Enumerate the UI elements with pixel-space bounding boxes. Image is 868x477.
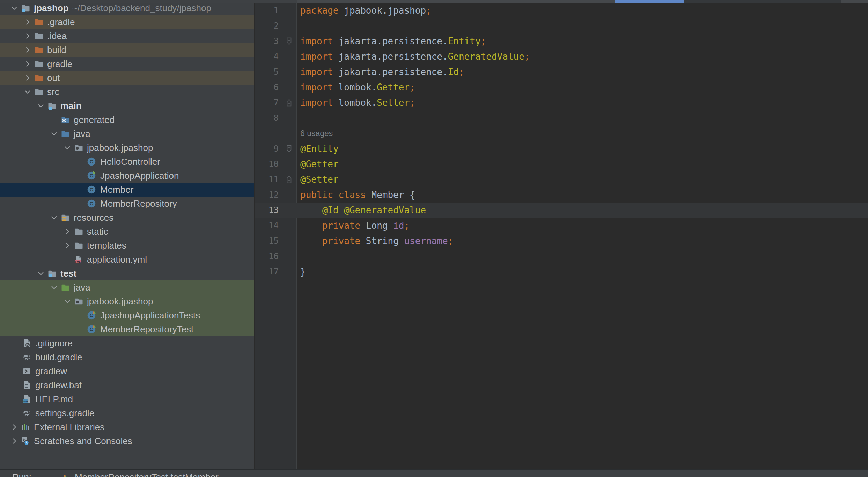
tree-item-out[interactable]: out (0, 71, 254, 85)
tree-item-test[interactable]: test (0, 266, 254, 280)
chevron-right-icon[interactable] (61, 225, 73, 239)
scrollbar-corner (841, 0, 868, 3)
tree-item-member[interactable]: CMember (0, 183, 254, 197)
class-icon: C (87, 156, 97, 167)
tree-item-memberrepository[interactable]: CMemberRepository (0, 197, 254, 211)
tree-item-scratches-and-consoles[interactable]: Scratches and Consoles (0, 434, 254, 448)
chevron-down-icon[interactable] (48, 280, 60, 294)
chevron-right-icon[interactable] (22, 43, 34, 57)
chevron-right-icon[interactable] (22, 15, 34, 29)
tree-item-build[interactable]: build (0, 43, 254, 57)
gutter-row-5: 5 (255, 64, 297, 80)
project-folder-icon (20, 3, 31, 13)
tree-item-gitignore[interactable]: .gitignore (0, 336, 254, 350)
rerun-test-icon[interactable] (62, 472, 70, 477)
code-line-11[interactable]: @Setter (300, 172, 339, 187)
fold-marker-end-icon[interactable] (286, 99, 292, 108)
chevron-down-icon[interactable] (61, 294, 73, 308)
svg-text:C: C (89, 159, 93, 164)
run-label: Run: (12, 472, 31, 477)
token-ann: Id (448, 67, 459, 77)
code-line-6[interactable]: import lombok.Getter; (300, 80, 415, 95)
chevron-down-icon[interactable] (48, 127, 60, 141)
token-kw: ; (410, 97, 415, 108)
tree-item-idea[interactable]: .idea (0, 29, 254, 43)
tree-item-main[interactable]: main (0, 99, 254, 113)
tree-item-resources[interactable]: resources (0, 211, 254, 225)
code-line-12[interactable]: public class Member { (300, 187, 415, 203)
module-folder-icon (47, 101, 57, 111)
tree-item-gradlew[interactable]: gradlew (0, 364, 254, 378)
chevron-spacer (75, 169, 87, 183)
line-number: 6 (274, 80, 279, 95)
tree-item-jpabook-jpashop[interactable]: jpabook.jpashop (0, 294, 254, 308)
chevron-right-icon[interactable] (61, 239, 73, 252)
tree-item-gradlew-bat[interactable]: gradlew.bat (0, 378, 254, 392)
tree-item-templates[interactable]: templates (0, 239, 254, 252)
tree-item-jpashopapplicationtests[interactable]: CJpashopApplicationTests (0, 308, 254, 322)
chevron-right-icon[interactable] (8, 434, 20, 448)
code-line-9[interactable]: @Entity (300, 141, 339, 156)
fold-marker-start-icon[interactable] (286, 37, 292, 46)
chevron-down-icon[interactable] (22, 85, 34, 99)
gutter-row-6: 6 (255, 80, 297, 95)
folder-excluded-icon (34, 45, 44, 55)
line-number: 9 (274, 141, 279, 156)
token-ann: @GeneratedValue (344, 205, 426, 215)
token-kw: package (300, 5, 344, 16)
chevron-down-icon[interactable] (61, 141, 73, 155)
line-number: 11 (269, 172, 279, 187)
chevron-down-icon[interactable] (35, 266, 47, 280)
run-tool-window-bar[interactable]: Run: MemberRepositoryTest.testMember (0, 469, 868, 477)
tree-item-help-md[interactable]: MDHELP.md (0, 392, 254, 406)
tree-item-gradle[interactable]: gradle (0, 57, 254, 71)
tree-item-settings-gradle[interactable]: settings.gradle (0, 406, 254, 420)
token-kw: import (300, 67, 339, 77)
code-line-15[interactable]: private String username; (300, 233, 453, 249)
tree-item-src[interactable]: src (0, 85, 254, 99)
tree-item-java[interactable]: java (0, 127, 254, 141)
line-number: 8 (274, 110, 279, 126)
fold-marker-end-icon[interactable] (286, 176, 292, 185)
tree-item-external-libraries[interactable]: External Libraries (0, 420, 254, 434)
tree-item-java[interactable]: java (0, 280, 254, 294)
code-line-1[interactable]: package jpabook.jpashop; (300, 3, 432, 18)
gutter-row-15: 15 (255, 233, 297, 249)
chevron-right-icon[interactable] (22, 71, 34, 85)
code-line-7[interactable]: import lombok.Setter; (300, 95, 415, 110)
code-line-17[interactable]: } (300, 264, 306, 279)
tree-item-application-yml[interactable]: YMLapplication.yml (0, 252, 254, 266)
chevron-right-icon[interactable] (22, 57, 34, 71)
gradle-icon (22, 352, 32, 362)
token-plain: lombok. (339, 97, 377, 108)
tree-item-jpashopapplication[interactable]: CJpashopApplication (0, 169, 254, 183)
fold-marker-start-icon[interactable] (286, 145, 292, 154)
code-line-3[interactable]: import jakarta.persistence.Entity; (300, 34, 486, 49)
code-line-5[interactable]: import jakarta.persistence.Id; (300, 64, 464, 80)
code-line-10[interactable]: @Getter (300, 156, 339, 172)
tree-item-hellocontroller[interactable]: CHelloController (0, 155, 254, 169)
chevron-right-icon[interactable] (8, 420, 20, 434)
chevron-down-icon[interactable] (48, 211, 60, 225)
project-tree: jpashop~/Desktop/backend_study/jpashop.g… (0, 1, 254, 448)
horizontal-scrollbar-thumb[interactable] (615, 0, 684, 3)
tree-item-build-gradle[interactable]: build.gradle (0, 350, 254, 364)
code-editor[interactable]: package jpabook.jpashop;import jakarta.p… (297, 3, 868, 469)
token-kw: ; (459, 67, 464, 77)
chevron-spacer (75, 155, 87, 169)
chevron-down-icon[interactable] (35, 99, 47, 113)
line-number: 1 (274, 3, 279, 18)
code-line-4[interactable]: import jakarta.persistence.GeneratedValu… (300, 49, 530, 64)
code-line-13[interactable]: @Id @GeneratedValue (300, 203, 426, 218)
tree-item-generated[interactable]: generated (0, 113, 254, 127)
tree-item-gradle[interactable]: .gradle (0, 15, 254, 29)
gutter-row-16: 16 (255, 249, 297, 264)
chevron-right-icon[interactable] (22, 29, 34, 43)
usages-inlay-hint[interactable]: 6 usages (300, 126, 333, 141)
tree-item-label: templates (87, 239, 126, 252)
chevron-spacer (48, 113, 60, 127)
code-line-14[interactable]: private Long id; (300, 218, 410, 233)
tree-item-memberrepositorytest[interactable]: CMemberRepositoryTest (0, 322, 254, 336)
tree-item-jpabook-jpashop[interactable]: jpabook.jpashop (0, 141, 254, 155)
tree-item-static[interactable]: static (0, 225, 254, 239)
